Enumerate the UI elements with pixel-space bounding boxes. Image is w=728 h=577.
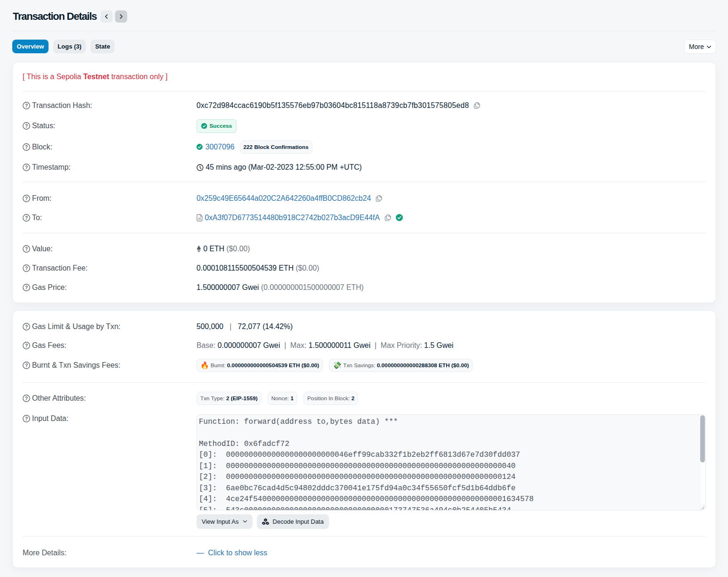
svg-text:?: ? [25, 285, 28, 290]
svg-text:?: ? [25, 363, 28, 368]
svg-text:?: ? [25, 266, 28, 271]
svg-text:?: ? [25, 124, 28, 129]
svg-text:?: ? [25, 247, 28, 252]
svg-text:?: ? [25, 165, 28, 170]
svg-text:?: ? [25, 196, 28, 201]
svg-text:?: ? [25, 416, 28, 421]
svg-text:?: ? [25, 324, 28, 329]
svg-text:?: ? [25, 343, 28, 348]
svg-text:?: ? [25, 103, 28, 108]
svg-text:?: ? [25, 215, 28, 220]
svg-text:?: ? [25, 144, 28, 149]
svg-text:?: ? [25, 396, 28, 401]
